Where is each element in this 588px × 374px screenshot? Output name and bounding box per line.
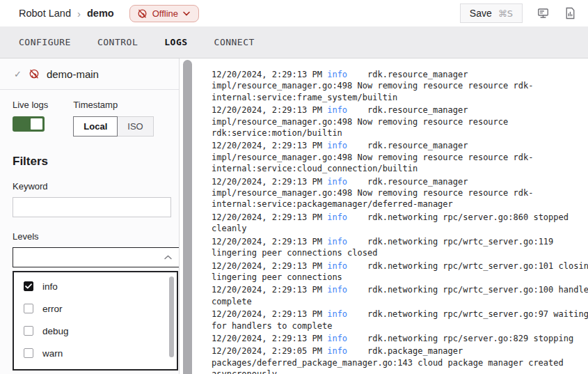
log-message: rdk.networking rpc/server.go:829 stoppin… — [367, 334, 573, 343]
level-option-info[interactable]: info — [14, 275, 177, 297]
levels-dropdown-panel: info error debug — [13, 271, 178, 371]
status-badge-label: Offline — [152, 8, 178, 19]
log-entry: 12/20/2024, 2:29:05 PM info rdk.package_… — [212, 345, 588, 374]
level-option-label: error — [42, 304, 63, 314]
log-timestamp: 12/20/2024, 2:29:13 PM — [212, 334, 322, 343]
timestamp-label: Timestamp — [73, 100, 153, 110]
dropdown-scrollbar-thumb[interactable] — [169, 276, 174, 357]
tab-configure[interactable]: CONFIGURE — [19, 37, 71, 47]
page-scrollbar-thumb[interactable] — [183, 60, 192, 374]
page-scrollbar[interactable] — [180, 59, 193, 374]
log-timestamp: 12/20/2024, 2:29:13 PM — [212, 261, 322, 271]
top-bar: Robot Land › demo Offline Save ⌘S — [0, 0, 588, 26]
log-level: info — [327, 334, 347, 343]
machine-part-name: demo-main — [47, 68, 99, 80]
checkbox-icon[interactable] — [24, 348, 33, 358]
timestamp-option-local[interactable]: Local — [73, 116, 118, 137]
log-timestamp: 12/20/2024, 2:29:05 PM — [212, 346, 322, 356]
checkbox-icon[interactable] — [24, 281, 33, 291]
level-option-warn[interactable]: warn — [14, 342, 177, 364]
machine-monitor-icon[interactable] — [535, 6, 551, 21]
log-entry: 12/20/2024, 2:29:13 PM info rdk.resource… — [212, 140, 588, 174]
log-level: info — [327, 346, 347, 356]
timestamp-option-iso[interactable]: ISO — [117, 116, 153, 137]
filters-title: Filters — [13, 155, 166, 169]
log-timestamp: 12/20/2024, 2:29:13 PM — [212, 141, 322, 150]
level-option-label: warn — [42, 348, 63, 359]
checkbox-icon[interactable] — [24, 326, 33, 336]
offline-slash-icon — [137, 8, 148, 19]
check-icon: ✓ — [14, 69, 22, 79]
level-option-debug[interactable]: debug — [14, 320, 177, 342]
levels-label: Levels — [13, 231, 166, 242]
checkbox-icon[interactable] — [24, 304, 33, 313]
log-timestamp: 12/20/2024, 2:29:13 PM — [212, 212, 322, 222]
log-list: 12/20/2024, 2:29:13 PM info rdk.resource… — [212, 69, 588, 374]
log-entry: 12/20/2024, 2:29:13 PM info rdk.networki… — [212, 212, 588, 235]
toggle-knob — [31, 118, 42, 130]
offline-slash-icon — [29, 68, 40, 79]
breadcrumb-current: demo — [87, 8, 114, 19]
live-logs-label: Live logs — [13, 100, 48, 110]
tab-connect[interactable]: CONNECT — [214, 37, 255, 47]
log-level: info — [327, 309, 347, 319]
log-level: info — [327, 212, 347, 222]
live-logs-toggle[interactable] — [13, 116, 45, 132]
log-timestamp: 12/20/2024, 2:29:13 PM — [212, 177, 322, 187]
log-timestamp: 12/20/2024, 2:29:13 PM — [212, 70, 322, 79]
tab-bar: CONFIGURECONTROLLOGSCONNECT — [0, 26, 588, 59]
log-level: info — [327, 237, 347, 247]
chevron-down-icon — [183, 11, 190, 16]
log-timestamp: 12/20/2024, 2:29:13 PM — [212, 285, 322, 295]
machine-selector-row[interactable]: ✓ demo-main — [0, 59, 179, 90]
log-entry: 12/20/2024, 2:29:13 PM info rdk.networki… — [212, 236, 588, 259]
machine-status-badge[interactable]: Offline — [129, 5, 199, 22]
breadcrumb-parent[interactable]: Robot Land — [19, 8, 71, 19]
log-entry: 12/20/2024, 2:29:13 PM info rdk.resource… — [212, 104, 588, 139]
log-output-pane[interactable]: 12/20/2024, 2:29:13 PM info rdk.resource… — [193, 59, 588, 374]
log-level: info — [327, 105, 347, 115]
log-level: info — [327, 285, 347, 295]
log-entry: 12/20/2024, 2:29:13 PM info rdk.networki… — [212, 284, 588, 307]
levels-option-list: info error debug — [14, 272, 177, 371]
tab-logs[interactable]: LOGS — [164, 37, 187, 47]
log-entry: 12/20/2024, 2:29:13 PM info rdk.resource… — [212, 69, 588, 103]
log-level: info — [327, 261, 347, 271]
level-option-label: info — [42, 281, 58, 292]
level-option-error[interactable]: error — [14, 297, 177, 320]
save-button[interactable]: Save ⌘S — [460, 3, 523, 23]
log-entry: 12/20/2024, 2:29:13 PM info rdk.networki… — [212, 333, 588, 344]
log-entry: 12/20/2024, 2:29:13 PM info rdk.resource… — [212, 176, 588, 210]
timestamp-segmented-control: LocalISO — [73, 116, 153, 137]
tab-control[interactable]: CONTROL — [97, 37, 138, 47]
breadcrumb-separator-icon: › — [77, 8, 81, 20]
log-timestamp: 12/20/2024, 2:29:13 PM — [212, 309, 322, 319]
file-chart-icon[interactable] — [564, 6, 577, 21]
keyword-input[interactable] — [13, 197, 171, 217]
save-button-label: Save — [470, 8, 492, 19]
log-timestamp: 12/20/2024, 2:29:13 PM — [212, 237, 322, 247]
log-timestamp: 12/20/2024, 2:29:13 PM — [212, 105, 322, 115]
log-level: info — [327, 177, 347, 187]
log-entry: 12/20/2024, 2:29:13 PM info rdk.networki… — [212, 309, 588, 332]
level-option-label: debug — [42, 326, 69, 336]
level-option-label: fatal — [42, 371, 61, 371]
log-level: info — [327, 70, 347, 79]
breadcrumb: Robot Land › demo — [19, 8, 114, 20]
logs-sidebar: ✓ demo-main Live logs Timestamp LocalISO — [0, 59, 180, 374]
log-level: info — [327, 141, 347, 150]
save-shortcut: ⌘S — [498, 8, 513, 19]
levels-select[interactable] — [13, 247, 180, 267]
log-entry: 12/20/2024, 2:29:13 PM info rdk.networki… — [212, 260, 588, 283]
level-option-fatal[interactable]: fatal — [14, 364, 177, 371]
chevron-up-icon — [164, 255, 172, 260]
keyword-label: Keyword — [13, 181, 166, 192]
